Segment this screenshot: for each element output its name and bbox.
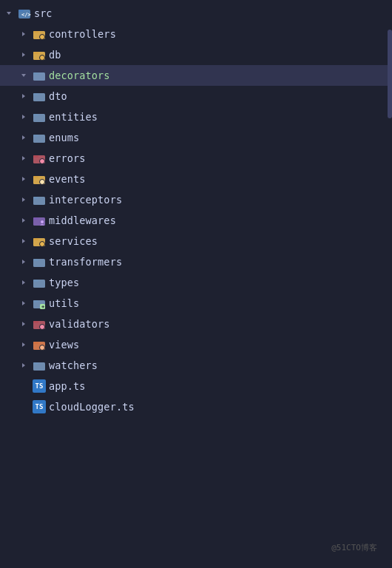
svg-rect-26 [33,217,38,220]
tree-item-controllers[interactable]: controllers [0,24,392,44]
svg-point-41 [40,325,45,330]
folder-icon-dto [33,89,46,103]
tree-item-views[interactable]: views [0,334,392,355]
svg-point-5 [40,35,45,40]
chevron-enums [18,132,30,143]
svg-text:+: + [41,304,44,310]
svg-point-8 [40,55,45,61]
chevron-middlewares [18,214,30,226]
ts-file-icon-app: TS [33,379,46,393]
chevron-entities [18,111,30,123]
svg-rect-14 [33,114,38,116]
svg-rect-24 [33,197,38,199]
folder-icon-entities [33,110,46,124]
folder-icon-transformers [33,255,46,268]
svg-point-22 [40,180,45,185]
chevron-validators [18,318,30,330]
label-events: events [49,173,86,185]
svg-rect-18 [33,155,38,158]
label-validators: validators [49,318,110,330]
svg-rect-12 [33,93,38,95]
svg-point-19 [40,159,45,164]
chevron-dto [18,90,30,102]
tree-item-transformers[interactable]: transformers [0,251,392,272]
folder-icon-watchers [33,359,46,372]
src-chevron [3,7,15,19]
src-label: src [34,7,52,19]
svg-rect-46 [33,362,38,365]
src-root-item[interactable]: </> src [0,3,392,24]
svg-rect-29 [33,238,38,240]
folder-icon-middlewares [33,214,46,227]
svg-point-30 [40,242,45,247]
file-tree: </> src controllers db [0,0,392,420]
label-app-ts: app.ts [49,380,86,392]
svg-rect-34 [33,280,38,282]
folder-icon-services [33,234,46,248]
chevron-services [18,235,30,247]
svg-rect-43 [33,342,38,344]
label-cloudlogger-ts: cloudLogger.ts [49,401,135,413]
folder-icon-controllers [33,27,46,41]
svg-rect-16 [33,135,38,137]
label-utils: utils [49,297,79,309]
tree-item-validators[interactable]: validators [0,314,392,334]
tree-item-watchers[interactable]: watchers [0,355,392,376]
svg-rect-36 [33,300,38,302]
tree-item-interceptors[interactable]: interceptors [0,189,392,210]
label-transformers: transformers [49,256,122,268]
tree-item-utils[interactable]: + utils [0,293,392,314]
tree-item-dto[interactable]: dto [0,86,392,106]
chevron-types [18,277,30,288]
folder-icon-decorators [33,69,46,82]
tree-item-decorators[interactable]: decorators [0,65,392,86]
folder-icon-utils: + [33,297,46,310]
chevron-utils [18,297,30,309]
src-folder-icon: </> [18,7,31,20]
label-controllers: controllers [49,28,116,40]
tree-item-middlewares[interactable]: middlewares [0,210,392,231]
watermark: @51CTO博客 [331,542,377,553]
chevron-decorators [18,70,30,81]
tree-item-services[interactable]: services [0,231,392,251]
folder-icon-validators [33,317,46,331]
chevron-views [18,339,30,351]
svg-rect-40 [33,321,38,323]
label-views: views [49,339,79,351]
chevron-watchers [18,359,30,371]
svg-text:</>: </> [21,12,31,18]
scrollbar[interactable] [388,0,392,568]
tree-item-entities[interactable]: entities [0,106,392,127]
folder-icon-interceptors [33,193,46,206]
ts-file-icon-cloudlogger: TS [33,400,46,413]
tree-item-db[interactable]: db [0,44,392,65]
label-db: db [49,49,61,61]
label-errors: errors [49,152,86,164]
tree-item-cloudlogger-ts[interactable]: TS cloudLogger.ts [0,396,392,417]
label-types: types [49,277,79,288]
tree-item-errors[interactable]: errors [0,148,392,169]
chevron-controllers [18,28,30,40]
svg-rect-32 [33,259,38,261]
svg-rect-4 [33,31,38,33]
label-middlewares: middlewares [49,214,116,226]
label-dto: dto [49,90,67,102]
chevron-interceptors [18,194,30,206]
scroll-thumb[interactable] [388,30,392,118]
folder-icon-enums [33,131,46,144]
tree-item-events[interactable]: events [0,169,392,189]
label-decorators: decorators [49,70,110,81]
tree-item-app-ts[interactable]: TS app.ts [0,376,392,396]
tree-item-enums[interactable]: enums [0,127,392,148]
folder-icon-errors [33,152,46,165]
folder-icon-views [33,338,46,351]
svg-point-27 [41,220,44,223]
chevron-db [18,49,30,61]
svg-point-44 [40,345,45,351]
label-services: services [49,235,98,247]
chevron-errors [18,152,30,164]
folder-icon-types [33,276,46,289]
tree-item-types[interactable]: types [0,272,392,293]
svg-rect-7 [33,52,38,54]
svg-rect-21 [33,176,38,178]
